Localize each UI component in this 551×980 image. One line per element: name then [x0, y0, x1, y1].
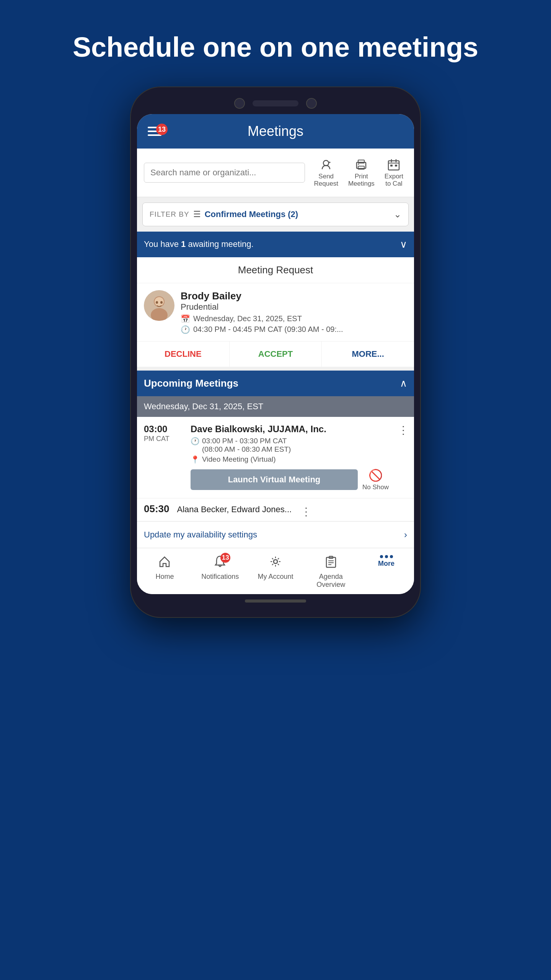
print-meetings-button[interactable]: PrintMeetings: [344, 155, 378, 189]
more-dots-icon: [380, 555, 393, 558]
meeting-time-column: 03:00 PM CAT: [137, 417, 187, 498]
camera-dot: [234, 98, 245, 109]
meeting-detail-column: Dave Bialkowski, JUJAMA, Inc. 🕐 03:00 PM…: [187, 417, 393, 498]
upcoming-chevron-icon: ∧: [400, 377, 407, 389]
update-availability-bar[interactable]: Update my availability settings ›: [137, 521, 414, 548]
svg-line-25: [272, 564, 273, 565]
meeting-detail-time: 🕐 03:00 PM - 03:30 PM CAT (08:00 AM - 08…: [191, 437, 389, 454]
nav-agenda-overview[interactable]: Agenda Overview: [303, 548, 359, 594]
dot-3: [390, 555, 393, 558]
app-header: 13 Meetings: [137, 114, 414, 149]
location-icon: 📍: [191, 455, 200, 464]
send-request-label: SendRequest: [314, 173, 338, 187]
svg-line-24: [278, 558, 279, 559]
meeting-request-section: Meeting Request: [137, 257, 414, 367]
meeting-request-company: Prudential: [181, 302, 407, 312]
no-show-icon: 🚫: [368, 469, 383, 482]
awaiting-chevron-icon: ∨: [400, 238, 407, 250]
accept-button[interactable]: ACCEPT: [230, 341, 322, 367]
dot-2: [385, 555, 388, 558]
svg-point-15: [160, 301, 163, 304]
no-show-label: No Show: [362, 483, 389, 491]
dot-1: [380, 555, 383, 558]
notifications-badge: 13: [220, 553, 230, 563]
svg-line-23: [278, 564, 279, 565]
export-cal-icon: [387, 158, 401, 172]
clock-icon: 🕐: [181, 325, 190, 334]
search-input[interactable]: [144, 163, 305, 183]
gear-icon: [269, 555, 282, 571]
svg-point-14: [156, 301, 158, 304]
svg-rect-8: [390, 165, 393, 167]
page-background-title: Schedule one on one meetings: [42, 31, 509, 64]
svg-point-4: [358, 164, 359, 165]
more-button[interactable]: MORE...: [322, 341, 414, 367]
upcoming-meetings-header[interactable]: Upcoming Meetings ∧: [137, 371, 414, 396]
date-section-header: Wednesday, Dec 31, 2025, EST: [137, 396, 414, 417]
filter-bar[interactable]: FILTER BY ☰ Confirmed Meetings (2) ⌄: [142, 203, 409, 226]
svg-point-17: [274, 560, 277, 564]
home-indicator: [245, 599, 306, 603]
home-icon: [158, 555, 171, 571]
calendar-icon: 📅: [181, 314, 190, 323]
launch-btn-row: Launch Virtual Meeting 🚫 No Show: [191, 469, 389, 491]
nav-more-label: More: [378, 560, 395, 568]
avatar: [144, 290, 174, 321]
meeting-request-time: 🕐 04:30 PM - 04:45 PM CAT (09:30 AM - 09…: [181, 325, 407, 334]
meeting-request-actions: DECLINE ACCEPT MORE...: [137, 341, 414, 367]
export-cal-label: Exportto Cal: [385, 173, 403, 187]
nav-agenda-overview-label: Agenda Overview: [306, 573, 355, 589]
meeting-request-info: Brody Bailey Prudential 📅 Wednesday, Dec…: [181, 290, 407, 334]
hamburger-button[interactable]: 13: [148, 127, 161, 136]
phone-body: 13 Meetings SendRequest: [130, 87, 421, 617]
awaiting-meeting-text: You have 1 awaiting meeting.: [144, 239, 254, 249]
nav-my-account-label: My Account: [258, 573, 293, 581]
meeting-location: 📍 Video Meeting (Virtual): [191, 455, 389, 464]
meeting-time-sub: PM CAT: [144, 435, 183, 443]
avatar-image: [144, 290, 174, 321]
clock-icon-small: 🕐: [191, 437, 200, 446]
no-show-button[interactable]: 🚫 No Show: [362, 469, 389, 491]
filter-by-label: FILTER BY: [150, 210, 189, 219]
decline-button[interactable]: DECLINE: [137, 341, 230, 367]
meeting-time-main: 03:00: [144, 424, 183, 435]
nav-notifications[interactable]: 13 Notifications: [192, 548, 248, 594]
launch-virtual-meeting-button[interactable]: Launch Virtual Meeting: [191, 469, 358, 490]
upcoming-meetings-title: Upcoming Meetings: [144, 377, 238, 389]
nav-home[interactable]: Home: [137, 548, 192, 594]
meeting-request-date: 📅 Wednesday, Dec 31, 2025, EST: [181, 314, 407, 323]
filter-list-icon: ☰: [193, 209, 201, 219]
phone-bottom-bar: [137, 599, 414, 606]
phone-screen: 13 Meetings SendRequest: [137, 114, 414, 594]
sensor-dot: [306, 98, 317, 109]
speaker-bar: [253, 100, 298, 106]
meeting-request-title: Meeting Request: [137, 257, 414, 283]
send-request-icon: [319, 158, 333, 172]
print-meetings-label: PrintMeetings: [348, 173, 375, 187]
clipboard-icon: [324, 555, 337, 571]
filter-left: FILTER BY ☰ Confirmed Meetings (2): [150, 209, 298, 219]
partial-meeting-name: Alana Becker, Edward Jones...: [173, 498, 296, 521]
meeting-request-card: Brody Bailey Prudential 📅 Wednesday, Dec…: [137, 283, 414, 341]
partial-meeting-dots[interactable]: ⋮: [295, 498, 317, 521]
meeting-options-button[interactable]: ⋮: [393, 417, 414, 498]
nav-more[interactable]: More: [359, 548, 414, 594]
search-toolbar-row: SendRequest PrintMeetings: [137, 149, 414, 197]
app-header-title: Meetings: [248, 123, 303, 139]
meeting-list-item: 03:00 PM CAT Dave Bialkowski, JUJAMA, In…: [137, 417, 414, 498]
date-section-label: Wednesday, Dec 31, 2025, EST: [144, 402, 263, 411]
meeting-list-item-partial: 05:30 Alana Becker, Edward Jones... ⋮: [137, 498, 414, 521]
phone-device: 13 Meetings SendRequest: [130, 87, 421, 617]
nav-notifications-label: Notifications: [201, 573, 239, 581]
meeting-request-person-name: Brody Bailey: [181, 290, 407, 302]
svg-rect-5: [388, 161, 399, 170]
send-request-button[interactable]: SendRequest: [310, 155, 342, 189]
awaiting-meeting-banner[interactable]: You have 1 awaiting meeting. ∨: [137, 232, 414, 257]
partial-meeting-time: 05:30: [137, 498, 173, 521]
svg-rect-9: [395, 165, 397, 167]
export-cal-button[interactable]: Exportto Cal: [381, 155, 407, 189]
update-availability-chevron-icon: ›: [404, 529, 407, 540]
header-notification-badge: 13: [156, 124, 168, 135]
filter-chevron-icon: ⌄: [394, 209, 401, 220]
nav-my-account[interactable]: My Account: [248, 548, 303, 594]
